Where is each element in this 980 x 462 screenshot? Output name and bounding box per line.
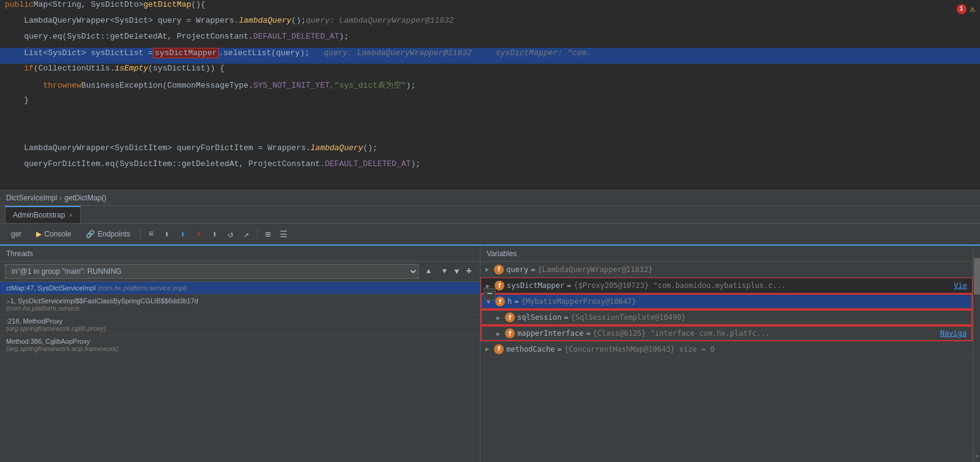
toolbar-list-btn[interactable]: ☰ xyxy=(277,227,291,241)
var-item-sqlSession[interactable]: ▶ f sqlSession = {SqlSessionTemplate@104… xyxy=(481,309,973,325)
tab-endpoints[interactable]: 🔗 Endpoints xyxy=(80,224,136,244)
keyword-throw: throw xyxy=(43,81,67,90)
tab-debugger-label: ger xyxy=(11,230,21,238)
scroll-thumb xyxy=(974,258,980,295)
code-line-4: List<SysDict> sysDictList = sysDictMappe… xyxy=(0,48,980,64)
var-item-query-collapsed[interactable]: ▶ f query = {LambdaQueryWrapper@11832} xyxy=(481,262,973,278)
var-item-methodCache[interactable]: ▶ f methodCache = {ConcurrentHashMap@106… xyxy=(481,341,973,357)
toolbar-upload-btn[interactable]: ⬆ xyxy=(160,227,174,241)
toolbar-table-btn[interactable]: ⊞ xyxy=(261,227,275,241)
breadcrumb-bar: DictServiceImpl › getDictMap() xyxy=(0,191,980,206)
var-item-sysDictMapper[interactable]: ▶ f sysDictMapper = {$Proxy205@10723} "c… xyxy=(481,278,973,293)
view-link-sysDictMapper[interactable]: Vie xyxy=(954,281,967,290)
expand-methodCache-arrow[interactable]: ▶ xyxy=(485,346,494,352)
var-item-mapperInterface[interactable]: ▶ f mapperInterface = {Class@6125} "inte… xyxy=(481,325,973,341)
console-icon: ▶ xyxy=(36,230,42,238)
stack-list: ctMap:47, SysDictServiceImpl (com.hx.pla… xyxy=(0,282,480,462)
breadcrumb-part1: DictServiceImpl xyxy=(6,194,57,202)
error-area: 1 ⚠ xyxy=(957,4,975,14)
navigate-link-mapperInterface[interactable]: Naviga xyxy=(940,329,967,338)
admin-bootstrap-tab[interactable]: AdminBootstrap × xyxy=(5,206,81,223)
variables-panel: Variables ▶ f query = {LambdaQueryWrappe… xyxy=(481,246,973,462)
var-list: ▶ f query = {LambdaQueryWrapper@11832} ▶… xyxy=(481,262,973,462)
tab-endpoints-label: Endpoints xyxy=(97,230,130,238)
debug-content: Threads in"@1 in group "main": RUNNING ▲… xyxy=(0,246,980,462)
stack-frame-0[interactable]: ctMap:47, SysDictServiceImpl (com.hx.pla… xyxy=(0,282,480,295)
var-icon-methodCache: f xyxy=(494,344,504,354)
var-icon-sysDictMapper: f xyxy=(495,281,504,290)
code-line-1: public Map<String, SysDictDto> getDictMa… xyxy=(0,0,980,16)
warning-badge: ⚠ xyxy=(970,4,975,14)
tab-bar: AdminBootstrap × xyxy=(0,206,980,224)
inline-comment-2: query: LambdaQueryWrapper@11832 xyxy=(306,16,454,25)
debug-tabs: ger ▶ Console 🔗 Endpoints ≡ ⬆ ⬇ ⬇ ⬆ ↺ ↗ … xyxy=(0,224,980,246)
var-icon-sqlSession: f xyxy=(505,312,515,322)
keyword-public: public xyxy=(5,0,34,9)
thread-selector: in"@1 in group "main": RUNNING ▲ ▼ ▼ + xyxy=(0,262,480,282)
code-line-5: if (CollectionUtils. isEmpty (sysDictLis… xyxy=(0,64,980,80)
thread-dropdown[interactable]: in"@1 in group "main": RUNNING xyxy=(5,264,419,279)
error-icon: 1 xyxy=(957,4,967,14)
thread-add-btn[interactable]: + xyxy=(463,265,475,278)
code-line-7: } xyxy=(0,96,980,112)
var-icon-h: f xyxy=(495,297,505,306)
inline-comment-4: query: LambdaQueryWrapper@11832 sysDictM… xyxy=(310,48,591,58)
breadcrumb-separator: › xyxy=(59,194,62,202)
expand-mapperInterface-arrow[interactable]: ▶ xyxy=(496,330,505,337)
toolbar-separator-1 xyxy=(140,229,141,240)
variables-header: Variables xyxy=(481,246,973,262)
thread-up-btn[interactable]: ▲ xyxy=(422,265,435,278)
var-icon-mapperInterface: f xyxy=(505,328,515,338)
endpoints-icon: 🔗 xyxy=(86,230,95,238)
toolbar-step-into-btn[interactable]: ⬇ xyxy=(192,227,206,241)
toolbar-cursor-btn[interactable]: ↗ xyxy=(240,227,253,241)
threads-header: Threads xyxy=(0,246,480,262)
thread-down-btn[interactable]: ▼ xyxy=(438,265,451,278)
code-line-11: queryForDictItem.eq(SysDictItem::getDele… xyxy=(0,159,980,175)
code-editor: 1 ⚠ public Map<String, SysDictDto> getDi… xyxy=(0,0,980,191)
expand-sqlSession-arrow[interactable]: ▶ xyxy=(496,314,505,321)
code-line-8 xyxy=(0,112,980,127)
tab-close-icon[interactable]: × xyxy=(69,211,72,219)
code-line-6: throw new BusinessException(CommonMessag… xyxy=(0,80,980,96)
breadcrumb-part2: getDictMap() xyxy=(64,194,107,202)
toolbar-lines-btn[interactable]: ≡ xyxy=(144,227,158,241)
filter-icon[interactable]: ▼ xyxy=(454,267,459,276)
tab-debugger[interactable]: ger xyxy=(5,224,28,244)
app-container: 1 ⚠ public Map<String, SysDictDto> getDi… xyxy=(0,0,980,462)
mapper-highlight: sysDictMapper xyxy=(153,48,219,58)
toolbar-separator-2 xyxy=(257,229,258,240)
type-map: Map<String, SysDictDto> xyxy=(34,0,143,9)
tab-console-label: Console xyxy=(44,230,71,238)
code-line-2: LambdaQueryWrapper<SysDict> query = Wrap… xyxy=(0,16,980,32)
tab-console[interactable]: ▶ Console xyxy=(30,224,77,244)
toolbar-step-out-btn[interactable]: ⬆ xyxy=(208,227,222,241)
stack-frame-3[interactable]: Method:386, CglibAopProxy (org.springfra… xyxy=(0,335,480,355)
debug-panel: ger ▶ Console 🔗 Endpoints ≡ ⬆ ⬇ ⬇ ⬆ ↺ ↗ … xyxy=(0,224,980,462)
code-line-9 xyxy=(0,127,980,143)
scroll-expand-icon[interactable]: » xyxy=(974,453,980,460)
variables-scrollbar[interactable]: » xyxy=(973,246,980,462)
tab-label: AdminBootstrap xyxy=(13,211,65,219)
stack-frame-1[interactable]: :-1, SysDictServiceImpl$$FastClassBySpri… xyxy=(0,295,480,315)
method-name: getDictMap xyxy=(143,0,191,9)
error-badge: 1 xyxy=(957,4,967,14)
stack-frame-2[interactable]: :218, MethodProxy (org.springframework.c… xyxy=(0,315,480,335)
toolbar-download-alt-btn[interactable]: ⬇ xyxy=(176,227,190,241)
threads-panel: Threads in"@1 in group "main": RUNNING ▲… xyxy=(0,246,481,462)
var-icon-query: f xyxy=(494,265,504,275)
code-line-10: LambdaQueryWrapper<SysDictItem> queryFor… xyxy=(0,143,980,159)
var-item-h[interactable]: ▼ f h = {MybatisMapperProxy@10647} xyxy=(481,293,973,309)
code-line-3: query.eq(SysDict::getDeletedAt, ProjectC… xyxy=(0,32,980,48)
expand-query-arrow[interactable]: ▶ xyxy=(485,266,494,273)
minus-panel-btn[interactable]: − xyxy=(484,288,496,300)
toolbar-refresh-btn[interactable]: ↺ xyxy=(224,227,238,241)
